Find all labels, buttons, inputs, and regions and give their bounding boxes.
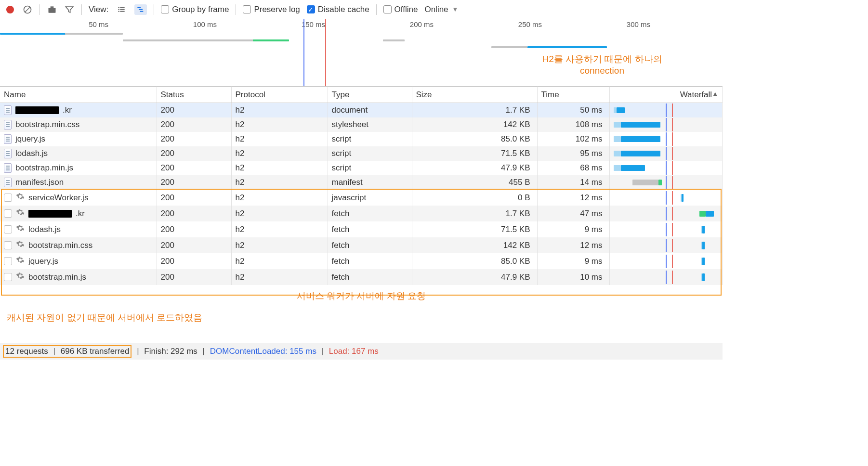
cell-time: 9 ms bbox=[537, 253, 609, 269]
disable-cache-checkbox[interactable]: Disable cache bbox=[307, 5, 369, 14]
col-protocol[interactable]: Protocol bbox=[231, 87, 328, 103]
group-by-frame-checkbox[interactable]: Group by frame bbox=[161, 5, 229, 14]
preserve-log-label: Preserve log bbox=[254, 5, 300, 14]
table-row[interactable]: .kr200h2fetch1.7 KB47 ms bbox=[0, 206, 723, 221]
cell-protocol: h2 bbox=[231, 117, 328, 132]
ruler-tick: 50 ms bbox=[89, 20, 108, 28]
cell-size: 85.0 KB bbox=[412, 132, 537, 146]
col-size[interactable]: Size bbox=[412, 87, 537, 103]
view-list-button[interactable] bbox=[115, 4, 128, 15]
separator-icon bbox=[236, 4, 236, 15]
cell-size: 47.9 KB bbox=[412, 161, 537, 175]
network-table: Name Status Protocol Type Size Time Wate… bbox=[0, 87, 723, 285]
clear-button[interactable] bbox=[22, 4, 33, 15]
status-requests: 12 requests bbox=[5, 347, 48, 356]
cell-type: stylesheet bbox=[328, 117, 412, 132]
redacted-text bbox=[15, 106, 59, 114]
file-name: .kr bbox=[76, 209, 85, 219]
ruler-tick: 250 ms bbox=[518, 20, 542, 28]
cell-size: 71.5 KB bbox=[412, 221, 537, 237]
group-by-frame-label: Group by frame bbox=[172, 5, 229, 14]
offline-checkbox[interactable]: Offline bbox=[383, 5, 418, 14]
cell-type: script bbox=[328, 146, 412, 161]
dcl-marker bbox=[303, 19, 304, 86]
file-name: bootstrap.min.css bbox=[15, 120, 79, 129]
cell-size: 142 KB bbox=[412, 117, 537, 132]
table-row[interactable]: bootstrap.min.css200h2fetch142 KB12 ms bbox=[0, 237, 723, 253]
col-name[interactable]: Name bbox=[0, 87, 157, 103]
col-time[interactable]: Time bbox=[537, 87, 609, 103]
filter-button[interactable] bbox=[64, 4, 75, 15]
cell-protocol: h2 bbox=[231, 237, 328, 253]
cell-size: 1.7 KB bbox=[412, 103, 537, 118]
cell-size: 47.9 KB bbox=[412, 269, 537, 285]
cell-type: manifest bbox=[328, 175, 412, 190]
table-row[interactable]: manifest.json200h2manifest455 B14 ms bbox=[0, 175, 723, 190]
timeline-lane bbox=[0, 38, 723, 43]
cell-type: fetch bbox=[328, 221, 412, 237]
file-name: jquery.js bbox=[15, 134, 45, 144]
cell-protocol: h2 bbox=[231, 190, 328, 206]
table-row[interactable]: jquery.js200h2script85.0 KB102 ms bbox=[0, 132, 723, 146]
throttling-value: Online bbox=[424, 5, 448, 14]
throttling-select[interactable]: Online▼ bbox=[424, 5, 458, 14]
cell-status: 200 bbox=[157, 146, 231, 161]
ruler-tick: 300 ms bbox=[627, 20, 650, 28]
capture-screenshots-button[interactable] bbox=[47, 4, 57, 15]
cell-size: 1.7 KB bbox=[412, 206, 537, 221]
cell-waterfall bbox=[609, 132, 723, 146]
cell-size: 455 B bbox=[412, 175, 537, 190]
table-row[interactable]: .kr200h2document1.7 KB50 ms bbox=[0, 103, 723, 118]
svg-rect-11 bbox=[139, 9, 143, 10]
ruler-tick: 200 ms bbox=[410, 20, 434, 28]
cell-time: 14 ms bbox=[537, 175, 609, 190]
cell-waterfall bbox=[609, 269, 723, 285]
file-name: bootstrap.min.js bbox=[28, 272, 86, 282]
cell-type: fetch bbox=[328, 269, 412, 285]
cell-status: 200 bbox=[157, 206, 231, 221]
gear-icon bbox=[16, 240, 25, 251]
col-type[interactable]: Type bbox=[328, 87, 412, 103]
separator-icon bbox=[39, 4, 40, 15]
offline-label: Offline bbox=[395, 5, 418, 14]
timeline-ruler: 50 ms100 ms150 ms200 ms250 ms300 ms bbox=[0, 19, 723, 30]
cell-type: fetch bbox=[328, 237, 412, 253]
table-row[interactable]: jquery.js200h2fetch85.0 KB9 ms bbox=[0, 253, 723, 269]
table-row[interactable]: lodash.js200h2fetch71.5 KB9 ms bbox=[0, 221, 723, 237]
file-name: bootstrap.min.js bbox=[15, 163, 73, 173]
cell-time: 102 ms bbox=[537, 132, 609, 146]
file-name: serviceWorker.js bbox=[28, 193, 88, 203]
sort-arrow-icon: ▲ bbox=[712, 90, 718, 97]
separator-icon bbox=[154, 4, 154, 15]
svg-line-1 bbox=[25, 7, 30, 12]
table-row[interactable]: bootstrap.min.css200h2stylesheet142 KB10… bbox=[0, 117, 723, 132]
svg-rect-2 bbox=[49, 8, 56, 13]
cell-status: 200 bbox=[157, 269, 231, 285]
table-row[interactable]: bootstrap.min.js200h2script47.9 KB68 ms bbox=[0, 161, 723, 175]
cell-size: 71.5 KB bbox=[412, 146, 537, 161]
cell-time: 50 ms bbox=[537, 103, 609, 118]
document-icon bbox=[4, 163, 12, 173]
cell-time: 12 ms bbox=[537, 237, 609, 253]
document-icon bbox=[4, 134, 12, 144]
timeline-overview[interactable]: 50 ms100 ms150 ms200 ms250 ms300 ms H2를 … bbox=[0, 19, 723, 87]
view-waterfall-button[interactable] bbox=[134, 4, 147, 15]
network-table-area: Name Status Protocol Type Size Time Wate… bbox=[0, 87, 723, 285]
record-button[interactable] bbox=[5, 4, 15, 15]
cell-status: 200 bbox=[157, 117, 231, 132]
col-waterfall[interactable]: Waterfall ▲ bbox=[609, 87, 723, 103]
cell-time: 95 ms bbox=[537, 146, 609, 161]
cell-type: script bbox=[328, 132, 412, 146]
file-name: lodash.js bbox=[15, 149, 48, 158]
col-status[interactable]: Status bbox=[157, 87, 231, 103]
preserve-log-checkbox[interactable]: Preserve log bbox=[243, 5, 300, 14]
table-row[interactable]: bootstrap.min.js200h2fetch47.9 KB10 ms bbox=[0, 269, 723, 285]
timeline-lane bbox=[0, 44, 723, 50]
cell-status: 200 bbox=[157, 253, 231, 269]
table-row[interactable]: lodash.js200h2script71.5 KB95 ms bbox=[0, 146, 723, 161]
status-dcl: DOMContentLoaded: 155 ms bbox=[210, 347, 316, 356]
cell-time: 10 ms bbox=[537, 269, 609, 285]
cell-protocol: h2 bbox=[231, 146, 328, 161]
table-row[interactable]: serviceWorker.js200h2javascript0 B12 ms bbox=[0, 190, 723, 206]
cell-size: 142 KB bbox=[412, 237, 537, 253]
